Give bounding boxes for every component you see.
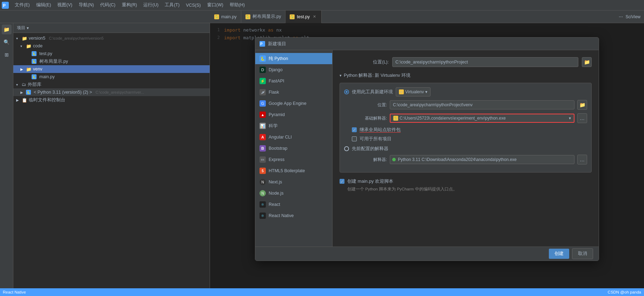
tree-label-main-py: main.py bbox=[39, 74, 55, 79]
project-type-nextjs[interactable]: N Next.js bbox=[255, 176, 332, 188]
tree-path-python311: C:\code_area\pycharm\ver... bbox=[96, 90, 144, 94]
menu-refactor[interactable]: 重构(R) bbox=[119, 1, 140, 9]
menu-view[interactable]: 视图(V) bbox=[54, 1, 75, 9]
menu-navigate[interactable]: 导航(N) bbox=[76, 1, 97, 9]
project-type-fastapi[interactable]: ⚡ FastAPI bbox=[255, 75, 332, 87]
menu-file[interactable]: 文件(E) bbox=[12, 1, 33, 9]
type-icon-nextjs: N bbox=[259, 179, 266, 185]
cancel-button[interactable]: 取消 bbox=[572, 248, 593, 259]
tab-main-py[interactable]: 🐍 main.py bbox=[210, 11, 241, 23]
chevron-ext-lib: ▾ bbox=[16, 83, 20, 87]
type-icon-google: G bbox=[259, 100, 266, 107]
base-interpreter-dropdown[interactable]: 🐍 C:\Users\25723\.conda\envs\experiment_… bbox=[390, 114, 574, 123]
status-credit: CSDN @oh panda bbox=[608, 290, 641, 294]
location2-browse-button[interactable]: 📁 bbox=[577, 100, 587, 110]
tab-test-py[interactable]: 🐍 test.py ✕ bbox=[285, 11, 322, 23]
new-env-radio[interactable] bbox=[344, 89, 349, 94]
project-type-pure-python[interactable]: 🐍 纯 Python bbox=[255, 53, 332, 64]
project-type-pyramid[interactable]: ▲ Pyramid bbox=[255, 109, 332, 120]
tab-more-button[interactable]: ⋯ bbox=[619, 14, 623, 19]
tree-item-python311[interactable]: ▶ 🐍 < Python 3.11 (version5) (2) > C:\co… bbox=[13, 88, 210, 96]
tree-item-venv[interactable]: ▶ 📁 venv bbox=[13, 65, 210, 73]
tree-label-python311: < Python 3.11 (version5) (2) > bbox=[34, 90, 92, 95]
location-input[interactable] bbox=[392, 57, 578, 67]
tab-label-test: test.py bbox=[297, 14, 310, 19]
menu-help[interactable]: 帮助(H) bbox=[227, 1, 248, 9]
menu-items: 文件(E) 编辑(E) 视图(V) 导航(N) 代码(C) 重构(R) 运行(U… bbox=[12, 1, 248, 9]
chevron-code: ▾ bbox=[20, 44, 25, 48]
menu-run[interactable]: 运行(U) bbox=[140, 1, 161, 9]
tree-item-code[interactable]: ▾ 📁 code bbox=[13, 42, 210, 50]
venv-icon: V bbox=[399, 89, 404, 94]
menu-tools[interactable]: 工具(T) bbox=[162, 1, 182, 9]
chevron-venv: ▶ bbox=[20, 67, 25, 71]
tree-label-test-py: test.py bbox=[39, 51, 52, 56]
tree-item-main-py[interactable]: 🐍 main.py bbox=[13, 73, 210, 81]
sidebar-icon-find[interactable]: 🔍 bbox=[2, 37, 12, 47]
project-chevron-icon: ▾ bbox=[27, 26, 29, 31]
project-label: 项目 bbox=[17, 25, 25, 31]
dialog-footer: 创建 取消 bbox=[255, 247, 599, 261]
inherit-checkbox[interactable]: ✓ bbox=[352, 127, 357, 132]
tab-bar: 🐍 main.py 🐍 树布局显示.py 🐍 test.py ✕ ⋯ SciVi… bbox=[0, 11, 644, 23]
type-icon-angular: A bbox=[259, 134, 266, 140]
tree-item-tree-py[interactable]: 🐍 树布局显示.py bbox=[13, 58, 210, 65]
project-type-django[interactable]: D Django bbox=[255, 64, 332, 75]
menu-vcs[interactable]: VCS(S) bbox=[183, 2, 203, 9]
project-tree: ▾ 📁 version5 C:\code_area\pycharm\versio… bbox=[13, 33, 210, 105]
tree-path-version5: C:\code_area\pycharm\version5 bbox=[49, 36, 104, 40]
status-bar-right: CSDN @oh panda bbox=[608, 290, 641, 294]
available-checkbox[interactable] bbox=[352, 136, 357, 141]
tree-item-version5[interactable]: ▾ 📁 version5 C:\code_area\pycharm\versio… bbox=[13, 34, 210, 42]
type-label-html5: HTML5 Boilerplate bbox=[269, 168, 305, 173]
editor-area[interactable]: 1 import networkx as nx 2 import matplot… bbox=[210, 23, 644, 296]
type-label-science: 科学 bbox=[269, 123, 278, 129]
project-type-nodejs[interactable]: N Node.js bbox=[255, 188, 332, 199]
base-interpreter-icon: 🐍 bbox=[393, 116, 398, 121]
project-panel: 项目 ▾ ▾ 📁 version5 C:\code_area\pycharm\v… bbox=[13, 23, 210, 296]
menu-code[interactable]: 代码(C) bbox=[97, 1, 118, 9]
project-type-express[interactable]: ex Express bbox=[255, 154, 332, 165]
location2-input[interactable] bbox=[390, 100, 574, 109]
base-interpreter-browse-button[interactable]: … bbox=[577, 113, 587, 123]
project-panel-header[interactable]: 项目 ▾ bbox=[13, 23, 210, 33]
base-interpreter-label: 基础解释器: bbox=[352, 115, 387, 121]
tree-item-test-py[interactable]: 🐍 test.py bbox=[13, 50, 210, 58]
project-type-react[interactable]: ⚛ React bbox=[255, 199, 332, 210]
create-main-checkbox[interactable]: ✓ bbox=[340, 179, 344, 184]
tree-item-temp[interactable]: ▶ 📋 临时文件和控制台 bbox=[13, 96, 210, 104]
project-type-html5[interactable]: 5 HTML5 Boilerplate bbox=[255, 165, 332, 176]
python-icon-main: 🐍 bbox=[32, 74, 37, 79]
interpreter-browse-button[interactable]: … bbox=[577, 155, 587, 164]
project-type-science[interactable]: 📊 科学 bbox=[255, 120, 332, 132]
tab-bar-actions: ⋯ SciView bbox=[619, 14, 644, 19]
prev-interpreter-radio[interactable] bbox=[344, 146, 349, 151]
interpreter-value-display[interactable]: Python 3.11 C:\Download\Anaconda2024\ana… bbox=[390, 155, 574, 164]
sciview-button[interactable]: SciView bbox=[626, 14, 640, 19]
tree-item-ext-lib[interactable]: ▾ 🗂 外部库 bbox=[13, 81, 210, 88]
dialog-project-type-list: 🐍 纯 Python D Django ⚡ FastAPI 🌶 bbox=[255, 50, 333, 247]
menu-window[interactable]: 窗口(W) bbox=[204, 1, 226, 9]
type-icon-bootstrap: B bbox=[259, 145, 266, 152]
menu-edit[interactable]: 编辑(E) bbox=[33, 1, 54, 9]
folder-icon-venv: 📁 bbox=[26, 67, 32, 72]
tab-tree-py[interactable]: 🐍 树布局显示.py bbox=[241, 11, 286, 23]
interpreter-section-chevron[interactable]: ▾ bbox=[340, 73, 342, 78]
project-type-bootstrap[interactable]: B Bootstrap bbox=[255, 143, 332, 154]
project-type-google-app-engine[interactable]: G Google App Engine bbox=[255, 98, 332, 109]
type-icon-django: D bbox=[259, 67, 266, 73]
sidebar-icon-project[interactable]: 📁 bbox=[2, 25, 12, 34]
sidebar-icon-structure[interactable]: ⊞ bbox=[2, 50, 12, 60]
interpreter-row: 解释器: Python 3.11 C:\Download\Anaconda202… bbox=[352, 155, 587, 164]
tab-close-test[interactable]: ✕ bbox=[312, 14, 317, 19]
create-button[interactable]: 创建 bbox=[549, 249, 569, 259]
project-type-angular[interactable]: A Angular CLI bbox=[255, 132, 332, 143]
virtualenv-dropdown[interactable]: V Virtualenv ▾ bbox=[396, 87, 431, 96]
venv-label: Virtualenv bbox=[405, 89, 424, 94]
project-type-react-native[interactable]: ⚛ React Native bbox=[255, 210, 332, 221]
project-type-flask[interactable]: 🌶 Flask bbox=[255, 87, 332, 98]
location-browse-button[interactable]: 📁 bbox=[582, 57, 592, 67]
type-icon-fastapi: ⚡ bbox=[259, 78, 266, 84]
location-label: 位置(L): bbox=[340, 59, 389, 65]
type-label-react-native: React Native bbox=[269, 213, 294, 218]
